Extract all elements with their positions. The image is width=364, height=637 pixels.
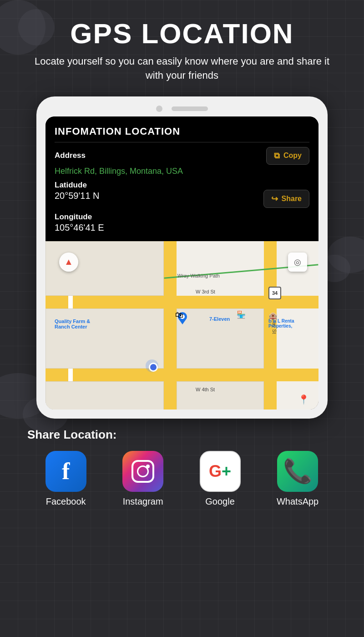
- road-h-2: [46, 369, 318, 381]
- longitude-row: Longitude 105°46'41 E: [55, 212, 309, 233]
- share-button[interactable]: ↪ Share: [263, 190, 309, 208]
- share-button-label: Share: [282, 195, 302, 203]
- lat-share-row: Latidude 20°59'11 N ↪ Share: [55, 181, 309, 208]
- phone-notch: [46, 106, 318, 112]
- map-background: Wray Walking Path W 3rd St W 4th St Clay…: [46, 241, 318, 410]
- whatsapp-phone-icon: 📞: [283, 457, 313, 485]
- locate-icon: ◎: [294, 257, 301, 267]
- facebook-label: Facebook: [46, 496, 86, 507]
- share-app-google[interactable]: G+ Google: [200, 451, 241, 507]
- street-label-wray: Wray Walking Path: [177, 273, 220, 278]
- share-icon: ↪: [271, 194, 278, 204]
- map-compass[interactable]: ▲: [59, 253, 78, 272]
- facebook-f-letter: f: [62, 458, 70, 485]
- poi-shopping: 🛍: [175, 310, 183, 320]
- road-v-1: [164, 241, 177, 410]
- google-label: Google: [205, 496, 235, 507]
- whatsapp-app-icon: 📞: [277, 451, 318, 492]
- address-header: Address ⧉ Copy: [55, 147, 309, 165]
- share-label: Share Location:: [27, 428, 337, 442]
- instagram-app-icon: [122, 451, 163, 492]
- map-section: Wray Walking Path W 3rd St W 4th St Clay…: [46, 241, 318, 410]
- copy-button[interactable]: ⧉ Copy: [266, 147, 309, 165]
- city-block-5: [177, 381, 264, 410]
- info-section-title: INFOMATION LOCATION: [55, 126, 309, 142]
- whatsapp-label: WhatsApp: [277, 496, 318, 507]
- map-locate-button[interactable]: ◎: [288, 253, 307, 272]
- longitude-label: Longitude: [55, 212, 309, 222]
- address-value: Helfrick Rd, Billings, Montana, USA: [55, 167, 309, 176]
- current-location-dot: [146, 359, 158, 372]
- compass-arrow: ▲: [64, 257, 73, 267]
- latitude-value: 20°59'11 N: [55, 191, 263, 201]
- google-plus-sign: +: [222, 462, 231, 480]
- bg-decoration-2: [18, 9, 55, 46]
- street-label-w4th: W 4th St: [196, 387, 215, 392]
- route-shield-34: 34: [268, 287, 281, 299]
- latitude-label: Latidude: [55, 181, 263, 190]
- phone-content: INFOMATION LOCATION Address ⧉ Copy Helfr…: [46, 116, 318, 410]
- poi-store: 🏪: [237, 310, 246, 319]
- phone-speaker: [172, 106, 208, 111]
- latitude-info: Latidude 20°59'11 N: [55, 181, 263, 201]
- google-plus-text: G+: [209, 462, 231, 481]
- share-app-facebook[interactable]: f Facebook: [46, 451, 86, 507]
- share-section: Share Location: f Facebook Instagram G+ …: [0, 419, 364, 516]
- city-block-4: [46, 381, 164, 410]
- google-app-icon: G+: [200, 451, 241, 492]
- map-end-pin: 📍: [298, 394, 309, 405]
- instagram-camera-icon: [131, 460, 154, 483]
- copy-button-label: Copy: [283, 152, 302, 160]
- place-quality-farm: Quality Farm &Ranch Center: [55, 318, 90, 329]
- instagram-label: Instagram: [123, 496, 163, 507]
- copy-icon: ⧉: [274, 151, 280, 161]
- page-subtitle: Locate yourself so you can easily know w…: [27, 55, 337, 83]
- address-row: Address ⧉ Copy Helfrick Rd, Billings, Mo…: [55, 147, 309, 176]
- share-app-whatsapp[interactable]: 📞 WhatsApp: [277, 451, 318, 507]
- share-app-instagram[interactable]: Instagram: [122, 451, 163, 507]
- info-section: INFOMATION LOCATION Address ⧉ Copy Helfr…: [46, 116, 318, 241]
- address-label: Address: [55, 151, 86, 160]
- google-g: G: [209, 462, 222, 480]
- phone-camera: [156, 106, 162, 112]
- phone-frame: INFOMATION LOCATION Address ⧉ Copy Helfr…: [36, 96, 328, 419]
- svg-marker-1: [179, 320, 186, 324]
- longitude-value: 105°46'41 E: [55, 222, 309, 233]
- place-7eleven: 7-Eleven: [209, 316, 230, 322]
- header: GPS LOCATION Locate yourself so you can …: [0, 0, 364, 96]
- facebook-app-icon: f: [46, 451, 86, 492]
- page-title: GPS LOCATION: [27, 18, 337, 49]
- share-apps-container: f Facebook Instagram G+ Google 📞: [27, 451, 337, 507]
- poi-hotel: 🏨: [268, 312, 278, 320]
- street-label-w3rd: W 3rd St: [196, 289, 215, 294]
